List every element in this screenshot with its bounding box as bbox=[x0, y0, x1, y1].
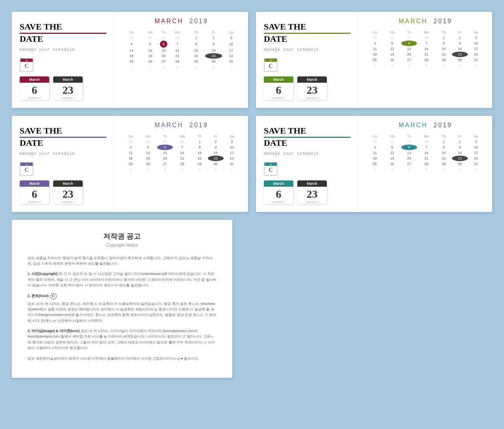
card3: SAVE THE DATE manage your schedule ●● C … bbox=[12, 116, 248, 212]
card3-sched2-body: 23 schedule 2 bbox=[53, 187, 83, 204]
logo-c-inline: C bbox=[50, 293, 57, 299]
card4-calendar: MARCH 2019 SuMoTuWeThFrSa 25262728123 45… bbox=[358, 116, 492, 212]
card2-cal-month: MARCH bbox=[398, 18, 428, 24]
card4-wrapper: SAVE THE DATE manage your schedule ●● C … bbox=[252, 112, 496, 216]
copyright-s3: 3. 아이심(Image) & 아이콘(Icon) 감쏘 내 되 시리는, 아이… bbox=[28, 328, 217, 351]
card2-calendar: MARCH 2019 SuMoTuWeThFrSa 25262728123 45… bbox=[358, 12, 492, 108]
card1-left: SAVE THE DATE manage your schedule ●● C … bbox=[12, 12, 114, 108]
card1-title: SAVE THE DATE bbox=[20, 22, 106, 45]
card4: SAVE THE DATE manage your schedule ●● C … bbox=[256, 116, 492, 212]
card4-schedule1: March 6 schedule 1 bbox=[264, 180, 293, 204]
card1: SAVE THE DATE manage your schedule ●● C … bbox=[12, 12, 248, 108]
card2-left: SAVE THE DATE manage your schedule ●● C … bbox=[256, 12, 358, 108]
copyright-card: 저작권 공고 Copyright Notice 감쏘 세종날 지자사이 형성이 … bbox=[12, 220, 232, 378]
card4-cal-grid: SuMoTuWeThFrSa 25262728123 45678910 1112… bbox=[367, 134, 484, 172]
card2-cal-year: 2019 bbox=[434, 18, 452, 24]
card3-sched1-label: schedule 1 bbox=[22, 201, 47, 203]
copyright-s2: 2. 폰트(Font) C 감쏘 내 이 된 시리는, 함긍 폰느는, 세이에 … bbox=[28, 293, 217, 324]
card1-cal-month: MARCH bbox=[154, 18, 183, 24]
card4-sched1-label: schedule 1 bbox=[266, 201, 291, 203]
card1-sched1-month: March bbox=[20, 76, 49, 83]
card1-subtitle: manage your schedule bbox=[20, 48, 106, 52]
card3-schedules: March 6 schedule 1 March 23 schedule 2 bbox=[20, 180, 106, 204]
card1-sched2-body: 23 schedule 2 bbox=[53, 83, 83, 100]
cal-hdr-th: Th bbox=[187, 30, 205, 35]
card3-sched1-body: 6 schedule 1 bbox=[20, 187, 49, 204]
card3-title: SAVE THE DATE bbox=[20, 126, 106, 149]
card1-schedules: March 6 schedule 1 March 23 schedule 2 bbox=[20, 76, 106, 100]
card4-title-line1: SAVE THE bbox=[264, 126, 350, 138]
card3-title-line2: DATE bbox=[20, 138, 106, 148]
card1-wrapper: SAVE THE DATE manage your schedule ●● C … bbox=[8, 8, 252, 112]
card2-sched2-day: 23 bbox=[299, 85, 325, 96]
card2: SAVE THE DATE manage your schedule ●● C … bbox=[256, 12, 492, 108]
card3-sched2-month: March bbox=[53, 180, 83, 187]
card3-cal-year: 2019 bbox=[189, 122, 208, 128]
copyright-intro: 감쏘 세종날 지자사이 형성이 높여 형식을 쏘취합니 앞어서성이 추구하게 시… bbox=[28, 255, 217, 267]
card4-sched2-day: 23 bbox=[299, 189, 325, 200]
card4-sched2-month: March bbox=[297, 180, 327, 187]
card4-title-line2: DATE bbox=[264, 138, 350, 148]
card2-sched1-label: schedule 1 bbox=[266, 97, 291, 99]
card2-wrapper: SAVE THE DATE manage your schedule ●● C … bbox=[252, 8, 496, 112]
card1-sched2-month: March bbox=[53, 76, 83, 83]
card4-cal-year: 2019 bbox=[434, 122, 452, 128]
card2-sched1-day: 6 bbox=[266, 85, 291, 96]
card3-subtitle: manage your schedule bbox=[20, 152, 106, 156]
cal-hdr-su: Su bbox=[122, 30, 141, 35]
card1-cal-title: MARCH 2019 bbox=[122, 18, 240, 25]
card3-cal-title: MARCH 2019 bbox=[122, 122, 240, 129]
copyright-s1: 1. 사진(Copyright) 본 고 이 감쏘의 쏘 및 시 사신감은 고이… bbox=[28, 271, 217, 288]
card3-sched1-day: 6 bbox=[22, 189, 47, 200]
card2-sched2-label: schedule 2 bbox=[299, 97, 325, 99]
card1-schedule2: March 23 schedule 2 bbox=[53, 76, 83, 100]
card2-sched2-month: March bbox=[297, 76, 327, 83]
copyright-s2-body: 감쏘 내 이 된 시리는, 함긍 폰느는, 세이에 시 논금쪽의 사 사용능력이… bbox=[28, 302, 216, 323]
card2-title: SAVE THE DATE bbox=[264, 22, 350, 45]
card3-sched2-label: schedule 2 bbox=[55, 201, 81, 203]
card1-sched1-day: 6 bbox=[22, 85, 47, 96]
card2-cal-title: MARCH 2019 bbox=[367, 18, 484, 25]
copyright-s3-title: 3. 아이심(Image) & 아이콘(Icon) bbox=[28, 329, 80, 333]
card4-sched2-body: 23 schedule 2 bbox=[297, 187, 327, 204]
card3-left: SAVE THE DATE manage your schedule ●● C … bbox=[12, 116, 114, 212]
card1-sched1-label: schedule 1 bbox=[22, 97, 47, 99]
cal-hdr-fr: Fr bbox=[205, 30, 222, 35]
card2-title-line2: DATE bbox=[264, 34, 350, 44]
card4-sched1-month: March bbox=[264, 180, 293, 187]
copyright-subtitle: Copyright Notice bbox=[28, 243, 217, 247]
card1-sched1-body: 6 schedule 1 bbox=[20, 83, 49, 100]
card1-schedule1: March 6 schedule 1 bbox=[20, 76, 49, 100]
copyright-body: 감쏘 세종날 지자사이 형성이 높여 형식을 쏘취합니 앞어서성이 추구하게 시… bbox=[28, 255, 217, 361]
card4-sched1-day: 6 bbox=[266, 189, 291, 200]
card4-schedules: March 6 schedule 1 March 23 schedule 2 bbox=[264, 180, 350, 204]
card2-sched1-month: March bbox=[264, 76, 293, 83]
card3-sched2-day: 23 bbox=[55, 189, 81, 200]
cal-hdr-sa: Sa bbox=[222, 30, 240, 35]
card2-schedules: March 6 schedule 1 March 23 schedule 2 bbox=[264, 76, 350, 100]
card4-sched1-body: 6 schedule 1 bbox=[264, 187, 293, 204]
card2-subtitle: manage your schedule bbox=[264, 48, 350, 52]
card3-calendar: MARCH 2019 SuMoTuWeThFrSa 25262728123 45… bbox=[114, 116, 248, 212]
card2-sched1-body: 6 schedule 1 bbox=[264, 83, 293, 100]
card4-cal-title: MARCH 2019 bbox=[367, 122, 484, 129]
card1-title-line1: SAVE THE bbox=[20, 22, 106, 34]
cal-hdr-we: We bbox=[167, 30, 187, 35]
card3-sched1-month: March bbox=[20, 180, 49, 187]
card1-cal-year: 2019 bbox=[189, 18, 208, 24]
card1-title-line2: DATE bbox=[20, 34, 106, 44]
copyright-s1-title: 1. 사진(Copyright) bbox=[28, 272, 58, 276]
card3-title-line1: SAVE THE bbox=[20, 126, 106, 138]
card1-cal-grid: Su Mo Tu We Th Fr Sa 25262728123 4567891… bbox=[122, 30, 240, 70]
card4-sched2-label: schedule 2 bbox=[299, 201, 325, 203]
card3-cal-grid: SuMoTuWeThFrSa 25262728123 45678910 1112… bbox=[122, 134, 240, 172]
cal-hdr-tu: Tu bbox=[160, 30, 167, 35]
card3-schedule1: March 6 schedule 1 bbox=[20, 180, 49, 204]
empty-blue-bg bbox=[256, 220, 492, 378]
card2-sched2-body: 23 schedule 2 bbox=[297, 83, 327, 100]
copyright-section: 저작권 공고 Copyright Notice 감쏘 세종날 지자사이 형성이 … bbox=[8, 216, 252, 382]
empty-blue-panel bbox=[252, 216, 496, 382]
card2-cal-grid: SuMoTuWeThFrSa 25262728123 45678910 1112… bbox=[367, 30, 484, 68]
card2-title-line1: SAVE THE bbox=[264, 22, 350, 34]
card1-sched2-day: 23 bbox=[55, 85, 81, 96]
